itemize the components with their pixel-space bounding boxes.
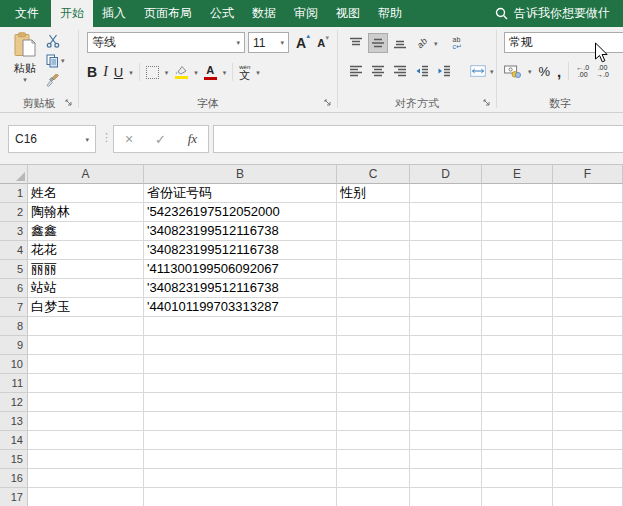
cell-A17[interactable] — [28, 488, 144, 506]
tell-me-search[interactable]: 告诉我你想要做什 — [495, 0, 623, 27]
cell-E1[interactable] — [482, 184, 553, 203]
tab-data[interactable]: 数据 — [243, 0, 285, 27]
cell-A2[interactable]: 陶翰林 — [28, 203, 144, 222]
tab-help[interactable]: 帮助 — [369, 0, 411, 27]
cell-A10[interactable] — [28, 355, 144, 374]
cell-D4[interactable] — [410, 241, 482, 260]
cell-A9[interactable] — [28, 336, 144, 355]
cell-E13[interactable] — [482, 412, 553, 431]
format-painter-button[interactable] — [46, 73, 76, 88]
cell-C6[interactable] — [337, 279, 410, 298]
cell-B9[interactable] — [144, 336, 337, 355]
cell-D5[interactable] — [410, 260, 482, 279]
row-header-1[interactable]: 1 — [0, 184, 28, 203]
row-header-12[interactable]: 12 — [0, 393, 28, 412]
name-box[interactable]: C16 — [8, 125, 96, 153]
row-header-3[interactable]: 3 — [0, 222, 28, 241]
row-header-17[interactable]: 17 — [0, 488, 28, 506]
cell-D7[interactable] — [410, 298, 482, 317]
cell-E17[interactable] — [482, 488, 553, 506]
cell-F8[interactable] — [553, 317, 623, 336]
phonetic-guide-button[interactable]: wén 文 — [239, 64, 250, 81]
cell-A12[interactable] — [28, 393, 144, 412]
accounting-format-button[interactable] — [504, 65, 521, 78]
increase-decimal-button[interactable]: ←.0 .00 — [576, 64, 589, 78]
increase-font-size-button[interactable]: A▲ — [292, 34, 310, 52]
paste-button[interactable]: 粘贴 — [7, 32, 43, 94]
cell-B10[interactable] — [144, 355, 337, 374]
tab-insert[interactable]: 插入 — [93, 0, 135, 27]
cell-F15[interactable] — [553, 450, 623, 469]
cell-C2[interactable] — [337, 203, 410, 222]
row-header-7[interactable]: 7 — [0, 298, 28, 317]
wrap-text-button[interactable]: ab c↵ — [452, 33, 472, 53]
row-header-14[interactable]: 14 — [0, 431, 28, 450]
column-header-C[interactable]: C — [337, 165, 410, 184]
fill-color-button[interactable] — [174, 65, 188, 79]
row-header-13[interactable]: 13 — [0, 412, 28, 431]
cell-C16[interactable] — [337, 469, 410, 488]
insert-function-button[interactable]: fx — [188, 131, 197, 147]
cell-B5[interactable]: '411300199506092067 — [144, 260, 337, 279]
cell-F1[interactable] — [553, 184, 623, 203]
row-header-16[interactable]: 16 — [0, 469, 28, 488]
cell-E9[interactable] — [482, 336, 553, 355]
cell-B6[interactable]: '340823199512116738 — [144, 279, 337, 298]
cell-D14[interactable] — [410, 431, 482, 450]
cancel-button[interactable]: × — [125, 131, 133, 147]
font-color-button[interactable]: A — [204, 65, 217, 80]
cell-F5[interactable] — [553, 260, 623, 279]
cell-B16[interactable] — [144, 469, 337, 488]
align-right-button[interactable] — [390, 61, 410, 81]
cell-D17[interactable] — [410, 488, 482, 506]
number-format-combo[interactable]: 常规 — [504, 32, 623, 53]
cell-A13[interactable] — [28, 412, 144, 431]
column-header-B[interactable]: B — [144, 165, 337, 184]
row-header-9[interactable]: 9 — [0, 336, 28, 355]
align-top-button[interactable] — [346, 33, 366, 53]
decrease-decimal-button[interactable]: .00 →.0 — [596, 64, 609, 78]
cell-B12[interactable] — [144, 393, 337, 412]
align-bottom-button[interactable] — [390, 33, 410, 53]
cell-D6[interactable] — [410, 279, 482, 298]
cell-A3[interactable]: 鑫鑫 — [28, 222, 144, 241]
cell-B1[interactable]: 省份证号码 — [144, 184, 337, 203]
italic-button[interactable]: I — [103, 64, 108, 80]
cell-E7[interactable] — [482, 298, 553, 317]
row-header-2[interactable]: 2 — [0, 203, 28, 222]
cell-A16[interactable] — [28, 469, 144, 488]
cell-B14[interactable] — [144, 431, 337, 450]
cell-B15[interactable] — [144, 450, 337, 469]
cell-E2[interactable] — [482, 203, 553, 222]
cell-D8[interactable] — [410, 317, 482, 336]
row-header-10[interactable]: 10 — [0, 355, 28, 374]
cell-A8[interactable] — [28, 317, 144, 336]
cell-F6[interactable] — [553, 279, 623, 298]
formula-input[interactable] — [213, 125, 623, 153]
row-header-15[interactable]: 15 — [0, 450, 28, 469]
cell-A7[interactable]: 白梦玉 — [28, 298, 144, 317]
decrease-indent-button[interactable] — [412, 61, 432, 81]
percent-style-button[interactable]: % — [539, 64, 551, 79]
tab-view[interactable]: 视图 — [327, 0, 369, 27]
underline-button[interactable]: U — [114, 65, 123, 80]
cell-B11[interactable] — [144, 374, 337, 393]
cell-B2[interactable]: '542326197512052000 — [144, 203, 337, 222]
comma-style-button[interactable]: , — [557, 63, 561, 80]
cell-E12[interactable] — [482, 393, 553, 412]
cell-F17[interactable] — [553, 488, 623, 506]
cell-C10[interactable] — [337, 355, 410, 374]
cell-B7[interactable]: '440101199703313287 — [144, 298, 337, 317]
align-middle-button[interactable] — [368, 33, 388, 53]
cell-C1[interactable]: 性别 — [337, 184, 410, 203]
copy-button[interactable] — [46, 53, 76, 68]
cell-C14[interactable] — [337, 431, 410, 450]
cell-F2[interactable] — [553, 203, 623, 222]
cell-E6[interactable] — [482, 279, 553, 298]
cell-B3[interactable]: '340823199512116738 — [144, 222, 337, 241]
cell-D3[interactable] — [410, 222, 482, 241]
cell-C8[interactable] — [337, 317, 410, 336]
cell-B13[interactable] — [144, 412, 337, 431]
cell-F13[interactable] — [553, 412, 623, 431]
borders-button[interactable] — [146, 66, 159, 79]
